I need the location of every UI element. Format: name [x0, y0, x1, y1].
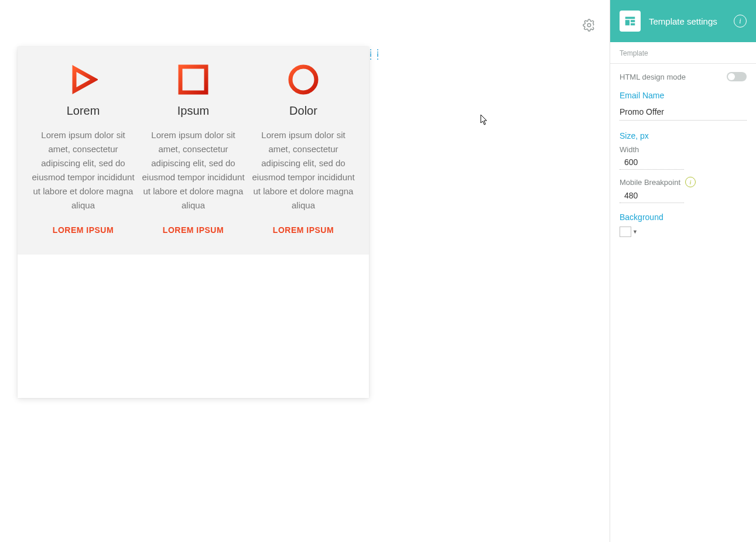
html-mode-toggle[interactable]	[727, 72, 747, 81]
drag-handle-icon[interactable]: ⋮⋮⋮⋮	[367, 50, 372, 62]
panel-section-label: Template	[610, 42, 756, 64]
email-name-input[interactable]	[620, 105, 747, 121]
html-mode-row: HTML design mode	[620, 72, 747, 81]
column-link[interactable]: LOREM IPSUM	[32, 225, 135, 235]
column-body-text: Lorem ipsum dolor sit amet, consectetur …	[252, 128, 355, 212]
column-2[interactable]: Ipsum Lorem ipsum dolor sit amet, consec…	[138, 63, 248, 235]
column-title: Lorem	[32, 104, 135, 118]
width-label: Width	[620, 145, 747, 154]
panel-title: Template settings	[649, 16, 726, 26]
background-color-picker[interactable]: ▼	[620, 227, 747, 237]
chevron-down-icon[interactable]: ▼	[632, 229, 638, 235]
svg-rect-5	[631, 20, 635, 22]
column-body-text: Lorem ipsum dolor sit amet, consectetur …	[142, 128, 245, 212]
svg-rect-1	[180, 67, 206, 92]
settings-panel: Template settings i Template HTML design…	[610, 0, 756, 542]
panel-body: HTML design mode Email Name Size, px Wid…	[610, 64, 756, 237]
column-link[interactable]: LOREM IPSUM	[252, 225, 355, 235]
width-input[interactable]	[620, 155, 684, 170]
breakpoint-row: Mobile Breakpoint i	[620, 177, 747, 187]
circle-icon	[287, 63, 320, 96]
email-template-block[interactable]: ⋮⋮⋮⋮ Lorem Lorem ipsum dolor sit amet, c…	[18, 47, 369, 398]
three-column-row: Lorem Lorem ipsum dolor sit amet, consec…	[18, 47, 369, 255]
square-icon	[177, 63, 210, 96]
svg-rect-4	[625, 20, 630, 25]
column-title: Ipsum	[142, 104, 245, 118]
play-icon	[67, 63, 100, 96]
svg-point-2	[290, 67, 316, 92]
email-name-label: Email Name	[620, 91, 747, 100]
mouse-cursor-icon	[480, 114, 488, 126]
template-icon	[620, 11, 641, 32]
settings-gear-button[interactable]	[583, 19, 596, 32]
canvas-area: ⋮⋮⋮⋮ Lorem Lorem ipsum dolor sit amet, c…	[0, 0, 610, 542]
column-3[interactable]: Dolor Lorem ipsum dolor sit amet, consec…	[248, 63, 358, 235]
gear-icon	[583, 19, 596, 32]
breakpoint-input[interactable]	[620, 188, 684, 203]
svg-point-0	[587, 23, 591, 27]
size-label: Size, px	[620, 131, 747, 140]
panel-info-button[interactable]: i	[734, 15, 747, 28]
svg-rect-6	[631, 23, 635, 26]
column-body-text: Lorem ipsum dolor sit amet, consectetur …	[32, 128, 135, 212]
column-link[interactable]: LOREM IPSUM	[142, 225, 245, 235]
panel-header: Template settings i	[610, 0, 756, 42]
color-swatch[interactable]	[620, 227, 631, 237]
column-title: Dolor	[252, 104, 355, 118]
breakpoint-info-button[interactable]: i	[685, 177, 696, 187]
breakpoint-label: Mobile Breakpoint	[620, 178, 680, 187]
svg-rect-3	[625, 17, 635, 19]
column-1[interactable]: Lorem Lorem ipsum dolor sit amet, consec…	[28, 63, 138, 235]
background-label: Background	[620, 212, 747, 222]
html-mode-label: HTML design mode	[620, 73, 686, 81]
